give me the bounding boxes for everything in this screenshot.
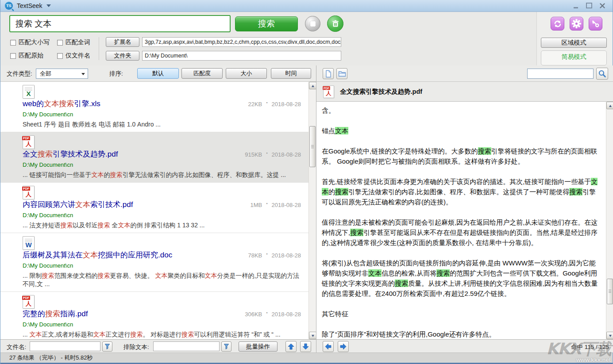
maximize-button[interactable] [586, 3, 592, 8]
preview-search-button[interactable] [596, 68, 608, 80]
text-segment: 可以利用逻辑运算符 “和” 或 “ ... [194, 331, 280, 338]
result-title[interactable]: 后缀树及其算法在文本挖掘中的应用研究.doc [23, 250, 237, 261]
match-whole-word-checkbox[interactable] [57, 40, 63, 46]
settings-button[interactable] [570, 17, 583, 31]
xls-file-icon: X [23, 85, 35, 99]
open-file-button[interactable] [323, 68, 334, 79]
close-button[interactable] [599, 3, 605, 8]
minimize-button[interactable] [573, 3, 579, 8]
match-original-checkbox[interactable] [10, 53, 16, 59]
text-segment: 引擎无法做索引的内容,比如图像、程序、和数据库。这提 ... [123, 171, 286, 178]
sort-time-button[interactable]: 时间 [271, 68, 311, 79]
preview-search-input[interactable] [527, 69, 594, 79]
highlighted-term: 文本 [75, 200, 90, 209]
text-segment: 首先,链接经常提供比页面本身更为准确的关于该页内容的描述。其次,链接可能指向一些… [322, 178, 591, 185]
filename-only-label: 仅文件名 [66, 52, 90, 60]
meta-separator: ▪ [266, 100, 267, 107]
text-segment: 更容易、快捷。 [110, 272, 155, 279]
exclude-filter-button[interactable] [221, 341, 231, 352]
result-snippet: ... 链接可能指向一些基于文本的搜索引擎无法做索引的内容,比如图像、程序、和数… [23, 171, 301, 179]
extensions-field[interactable]: 3gp,7z,asp,aspx,avi,bat,bmp,bz,bz2,c,chm… [142, 37, 341, 47]
preview-content[interactable]: 含。 锚点文本 在Google系统中,链接的文字是特殊处理的。大多数的搜索引擎将… [316, 102, 613, 339]
scroll-down-button[interactable] [309, 332, 316, 339]
magnifier-icon [598, 69, 606, 78]
pdf-file-icon: PDF人 [23, 186, 35, 199]
text-segment: 引擎无法做索引的内容,比如图像、程序、和数据库。这提供了一种可能使得 [348, 188, 569, 195]
search-input[interactable] [9, 15, 231, 32]
file-type-select[interactable]: 全部 [36, 69, 88, 79]
exclude-text-label: 排除文本: [123, 343, 149, 351]
preview-file-header: PDF人 全文搜索引擎技术及趋势.pdf [316, 82, 613, 102]
filename-filter-button[interactable] [102, 341, 112, 352]
arrow-up-icon [287, 343, 295, 350]
app-title: TextSeek [17, 2, 42, 9]
scroll-down-button[interactable] [606, 332, 613, 339]
text-segment: 后缀树及其算法在 [23, 251, 83, 259]
app-menu-arrow-icon[interactable] [46, 4, 51, 7]
match-whole-word-label: 匹配全词 [66, 38, 90, 46]
titlebar: TS TextSeek [0, 0, 613, 12]
batch-operations-button[interactable]: 批量操作 [239, 341, 278, 352]
text-segment: 信息的检索,从而将 [382, 269, 436, 277]
license-key-button[interactable] [589, 17, 602, 31]
text-segment: 聚类的目标和 [167, 272, 204, 279]
result-title[interactable]: 完整的搜索指南.pdf [23, 309, 237, 319]
extensions-button[interactable]: 扩展名 [106, 37, 139, 47]
preview-paragraph: 除了“页面排序”和对链接文字的利用,Google还有许多特点。 [322, 329, 600, 339]
filename-only-checkbox[interactable] [57, 53, 63, 59]
simple-mode-tab[interactable]: 简易模式 [541, 50, 607, 65]
text-segment: 全文 [23, 150, 38, 158]
sort-default-button[interactable]: 默认 [137, 68, 179, 79]
scrollbar-thumb[interactable] [309, 126, 316, 167]
result-row[interactable]: PDF人内容回顾第六讲文本索引技术.pdf1MB▪2018-08-28D:\My… [0, 183, 316, 233]
textseek-window: TS TextSeek 搜索 匹配大小写 [0, 0, 613, 364]
open-folder-button[interactable] [336, 68, 347, 79]
result-meta: 306KB▪2018-08-28 [237, 311, 301, 318]
exclude-text-input[interactable] [153, 341, 220, 351]
result-snippet: ... 法支持短语搜索以及邻近搜索 全文本的倒 排索引结构 1 13 32 ..… [23, 221, 301, 230]
result-snippet: Sheet1 序号 题目 教师姓名 电话 邮箱 1.0 Andro ... [23, 120, 301, 129]
text-segment: 引擎甚至可能返回从来不存在但是有超级链接指向的页面。当然,结果是经过排序的,这种… [322, 229, 598, 246]
next-hit-button[interactable] [338, 341, 349, 352]
highlighted-term: 搜索 [61, 222, 73, 229]
text-segment: 全 [110, 222, 118, 229]
preview-panel: PDF人 全文搜索引擎技术及趋势.pdf 含。 锚点文本 在Google系统中,… [316, 65, 613, 339]
preview-paragraph: 含。 [322, 105, 600, 115]
match-case-checkbox[interactable] [10, 40, 16, 46]
result-row[interactable]: PDF人完整的搜索指南.pdf306KB▪2018-08-28D:\My Doc… [0, 292, 316, 339]
meta-separator: ▪ [266, 252, 267, 258]
file-size: 306KB [241, 311, 262, 318]
previous-result-button[interactable] [285, 341, 297, 352]
highlighted-term: 文本 [83, 251, 98, 259]
scroll-up-button[interactable] [309, 82, 316, 89]
folder-field[interactable]: D:\My Document\ [142, 51, 341, 61]
highlighted-term: 搜索 [38, 150, 53, 158]
file-size: 915KB [241, 151, 262, 158]
scrollbar-thumb[interactable] [607, 279, 613, 304]
result-title[interactable]: 全文搜索引擎技术及趋势.pdf [23, 149, 237, 160]
search-button[interactable]: 搜索 [235, 16, 298, 31]
result-row[interactable]: Xweb的文本搜索引擎.xls22KB▪2018-08-28D:\My Docu… [0, 82, 316, 132]
options-divider [99, 37, 99, 60]
result-row[interactable]: W后缀树及其算法在文本挖掘中的应用研究.doc78KB▪2018-08-28D:… [0, 233, 316, 292]
previous-hit-button[interactable] [323, 341, 334, 352]
document-icon [324, 70, 332, 78]
sort-size-button[interactable]: 大小 [226, 68, 267, 79]
next-result-button[interactable] [300, 341, 311, 352]
text-segment: 挖掘中的应用研究.doc [98, 251, 172, 259]
result-title[interactable]: 内容回顾第六讲文本索引技术.pdf [23, 199, 237, 210]
result-title[interactable]: web的文本搜索引擎.xls [23, 99, 237, 109]
folder-button[interactable]: 文件夹 [106, 51, 139, 61]
refresh-index-button[interactable] [551, 17, 564, 31]
sort-match-button[interactable]: 匹配度 [181, 68, 223, 79]
clear-results-button[interactable] [327, 15, 343, 32]
result-meta: 915KB▪2018-08-28 [237, 151, 301, 158]
filename-filter-input[interactable] [30, 341, 100, 351]
stop-button[interactable] [305, 16, 320, 31]
result-row[interactable]: PDF人全文搜索引擎技术及趋势.pdf915KB▪2018-08-28D:\My… [0, 132, 316, 183]
region-mode-button[interactable]: 区域模式 [541, 38, 607, 48]
scroll-up-button[interactable] [606, 102, 613, 109]
text-segment: 在Google系统中,链接的文字是特殊处理的。大多数的 [322, 147, 478, 155]
sort-label: 排序: [109, 70, 123, 78]
preview-scrollbar [606, 102, 613, 339]
